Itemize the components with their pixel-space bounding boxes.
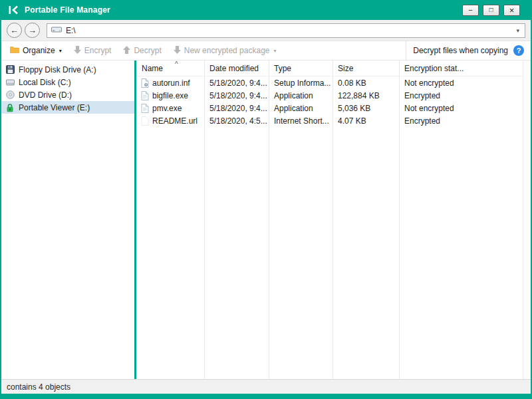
file-encryption-status: Not encrypted: [399, 78, 523, 88]
file-name-cell: pmv.exe: [136, 104, 204, 113]
column-header-size[interactable]: Size: [332, 61, 399, 76]
column-divider[interactable]: [332, 61, 333, 379]
hard-disk-icon: [5, 79, 15, 86]
decrypt-label: Decrypt: [134, 46, 161, 55]
sidebar-item-portable-viewer-e[interactable]: Portable Viewer (E:): [1, 101, 134, 114]
drive-icon: [51, 25, 62, 35]
file-row-readme-url[interactable]: README.url 5/18/2020, 4:5... Internet Sh…: [136, 114, 523, 127]
file-type: Application: [269, 104, 332, 113]
file-encryption-status: Encrypted: [399, 91, 523, 100]
column-header-name[interactable]: Name ^: [136, 61, 204, 76]
window-title: Portable File Manager: [25, 5, 110, 15]
address-text: E:\: [66, 26, 76, 35]
sort-ascending-icon: ^: [175, 61, 178, 68]
folder-icon: [10, 46, 19, 55]
sidebar-item-dvd-drive-d[interactable]: DVD Drive (D:): [1, 88, 134, 101]
status-bar: contains 4 objects: [1, 379, 531, 394]
file-type: Application: [269, 91, 332, 100]
navigation-bar: ← → E:\ ▾: [1, 20, 531, 41]
organize-button[interactable]: Organize ▾: [4, 41, 68, 60]
arrow-up-icon: [123, 46, 130, 56]
lock-icon: [5, 103, 15, 112]
back-arrow-icon: ←: [10, 26, 19, 35]
content-area: Floppy Disk Drive (A:) Local Disk (C:): [1, 61, 531, 379]
column-header-encryption-status[interactable]: Encryption stat...: [399, 61, 523, 76]
address-dropdown-icon[interactable]: ▾: [515, 27, 521, 34]
file-icon: [140, 104, 149, 113]
help-icon[interactable]: ?: [513, 45, 524, 56]
arrow-down-icon: [174, 46, 181, 56]
maximize-button[interactable]: □: [483, 5, 499, 16]
column-divider[interactable]: [269, 61, 269, 379]
close-icon: ×: [509, 6, 515, 15]
file-name-cell: autorun.inf: [136, 78, 204, 88]
column-divider[interactable]: [399, 61, 400, 379]
dvd-icon: [5, 90, 15, 99]
url-file-icon: [140, 116, 149, 126]
column-divider[interactable]: [204, 61, 205, 379]
file-row-autorun-inf[interactable]: autorun.inf 5/18/2020, 9:4... Setup Info…: [136, 76, 523, 89]
file-type: Setup Informa...: [269, 78, 332, 88]
file-date: 5/18/2020, 9:4...: [204, 104, 269, 113]
drive-tree-sidebar: Floppy Disk Drive (A:) Local Disk (C:): [1, 61, 134, 379]
new-encrypted-package-label: New encrypted package: [184, 46, 270, 55]
file-size: 122,884 KB: [332, 91, 399, 100]
address-bar[interactable]: E:\ ▾: [47, 23, 525, 38]
floppy-icon: [5, 65, 15, 74]
sidebar-item-label: Portable Viewer (E:): [19, 103, 90, 112]
arrow-down-icon: [74, 46, 81, 56]
column-headers: Name ^ Date modified Type Size Encryptio…: [136, 61, 523, 76]
back-button[interactable]: ←: [7, 23, 22, 38]
chevron-down-icon: ▾: [59, 48, 62, 54]
column-header-date-modified[interactable]: Date modified: [204, 61, 269, 76]
portable-file-manager-window: Portable File Manager – □ × ← → E:\ ▾: [0, 0, 532, 399]
file-size: 5,036 KB: [332, 104, 399, 113]
column-header-type[interactable]: Type: [269, 61, 332, 76]
encrypt-label: Encrypt: [84, 46, 112, 55]
maximize-icon: □: [489, 7, 493, 13]
column-header-label: Size: [338, 64, 353, 73]
sidebar-item-local-disk-c[interactable]: Local Disk (C:): [1, 76, 134, 88]
file-name: pmv.exe: [152, 104, 182, 113]
forward-arrow-icon: →: [28, 26, 37, 35]
file-list: Name ^ Date modified Type Size Encryptio…: [136, 61, 523, 379]
file-name-cell: README.url: [136, 116, 204, 126]
minimize-icon: –: [469, 7, 473, 13]
forward-button[interactable]: →: [25, 23, 40, 38]
file-encryption-status: Encrypted: [399, 116, 523, 126]
new-encrypted-package-button[interactable]: New encrypted package ▾: [168, 41, 283, 60]
titlebar: Portable File Manager – □ ×: [1, 0, 531, 20]
setup-file-icon: [140, 78, 149, 88]
column-header-label: Date modified: [209, 64, 259, 73]
file-icon: [140, 91, 149, 100]
sidebar-item-label: DVD Drive (D:): [19, 90, 72, 100]
kaspersky-logo-icon: [7, 5, 21, 15]
minimize-button[interactable]: –: [462, 5, 479, 16]
close-button[interactable]: ×: [503, 5, 520, 16]
file-date: 5/18/2020, 9:4...: [204, 91, 269, 100]
file-row-pmv-exe[interactable]: pmv.exe 5/18/2020, 9:4... Application 5,…: [136, 102, 523, 114]
toolbar: Organize ▾ Encrypt Decrypt: [1, 41, 531, 61]
decrypt-button[interactable]: Decrypt: [117, 41, 167, 60]
organize-label: Organize: [23, 46, 55, 55]
column-header-label: Type: [274, 64, 291, 73]
column-header-label: Name: [142, 64, 163, 73]
column-header-label: Encryption stat...: [404, 64, 464, 73]
status-text: contains 4 objects: [7, 382, 70, 392]
file-date: 5/18/2020, 4:5...: [204, 116, 269, 126]
chevron-down-icon: ▾: [274, 48, 277, 54]
file-date: 5/18/2020, 9:4...: [204, 78, 269, 88]
vertical-scrollbar[interactable]: [523, 61, 531, 379]
file-name: bigfile.exe: [152, 91, 188, 100]
window-controls: – □ ×: [462, 5, 527, 16]
file-row-bigfile-exe[interactable]: bigfile.exe 5/18/2020, 9:4... Applicatio…: [136, 89, 523, 102]
file-size: 4.07 KB: [332, 116, 399, 126]
file-type: Internet Short...: [269, 116, 332, 126]
file-encryption-status: Not encrypted: [399, 104, 523, 113]
file-name-cell: bigfile.exe: [136, 91, 204, 100]
sidebar-item-label: Local Disk (C:): [19, 78, 71, 87]
file-name: README.url: [152, 116, 198, 126]
sidebar-item-floppy-drive-a[interactable]: Floppy Disk Drive (A:): [1, 63, 134, 76]
encrypt-button[interactable]: Encrypt: [68, 41, 118, 60]
file-size: 0.08 KB: [332, 78, 399, 88]
